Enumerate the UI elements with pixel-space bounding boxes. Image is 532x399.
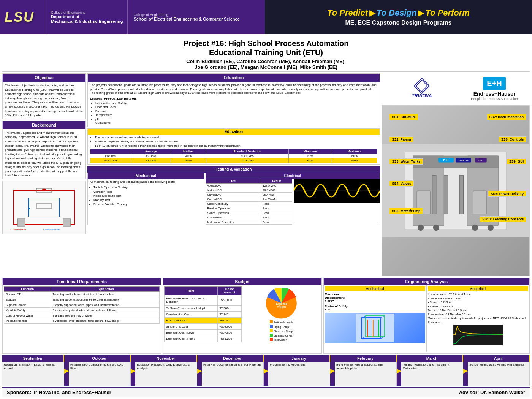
main-content: Project #16: High School Process Automat… xyxy=(0,34,532,399)
table-row: Single Unit Cost~$68,000 xyxy=(165,324,242,330)
background-section: Background TriNova Inc., a process and m… xyxy=(2,121,86,179)
tagline-row: To Predict ▶ To Design ▶ To Perform xyxy=(327,8,470,18)
education-section: Education The projects educational goals… xyxy=(87,73,380,127)
svg-rect-28 xyxy=(444,175,448,214)
table-row: Control Flow of WaterStart and stop the … xyxy=(4,313,160,318)
dept-label: Department of xyxy=(51,14,123,19)
svg-text:TRINOVA: TRINOVA xyxy=(458,159,469,162)
func-req-header: Functional Requirements xyxy=(3,278,161,285)
table-row: ETU Total Cost$67,342 xyxy=(165,317,242,323)
testing-validation: Mechanical All mechanical testing and va… xyxy=(87,173,380,225)
pie-legend: E+H Instruments Piping Comp. Structural … xyxy=(270,320,294,342)
budget-header: Budget xyxy=(163,278,321,285)
pie-chart: Expense Weights xyxy=(264,286,299,320)
background-content: TriNova Inc., a process and measurement … xyxy=(3,129,86,179)
svg-rect-11 xyxy=(36,204,52,208)
svg-rect-31 xyxy=(473,191,487,214)
timeline-sep: September Research, Brainstorm Labs, & V… xyxy=(2,355,64,386)
eh-logo-area: E+H Endress+Hauser People for Process Au… xyxy=(471,77,518,101)
month-nov: November xyxy=(135,355,197,362)
pie-chart-area: Expense Weights E+H Instruments Piping C… xyxy=(243,286,320,342)
svg-point-32 xyxy=(418,225,424,231)
objective-section: Objective The team's objective is to des… xyxy=(2,73,86,119)
month-mar: March xyxy=(401,355,463,362)
tv-main-header: Testing & Validation xyxy=(87,166,380,173)
svg-rect-29 xyxy=(459,175,463,214)
logos-area: TRINOVA E+H Endress+Hauser People for Pr… xyxy=(382,73,530,104)
svg-text:← Recirculation: ← Recirculation xyxy=(10,228,26,231)
month-oct: October xyxy=(69,355,131,362)
svg-text:E+H: E+H xyxy=(443,159,448,162)
right-col: TRINOVA E+H Endress+Hauser People for Pr… xyxy=(382,73,530,276)
header-dept: College of Engineering Department of Mec… xyxy=(46,0,127,34)
college2-label: College of Engineering xyxy=(133,13,260,17)
timeline-nov: November Education Research, CAD Drawing… xyxy=(135,355,197,386)
education-header: Education xyxy=(88,74,380,82)
tagline-perform: To Perform xyxy=(425,8,470,18)
header-school: College of Engineering School of Electri… xyxy=(127,0,265,34)
testing-validation-wrapper: Testing & Validation Mechanical All mech… xyxy=(87,166,380,225)
arrow-oct-nov: ▶ xyxy=(131,355,135,386)
3d-model xyxy=(325,313,425,343)
tv-mechanical: Mechanical All mechanical testing and va… xyxy=(88,173,204,225)
advisor-text: Advisor: Dr. Eamonn Walker xyxy=(459,390,525,395)
tv-electrical-content: Test Result Voltage AC123.5 VAC Voltage … xyxy=(206,179,380,225)
waveform-area xyxy=(294,179,380,225)
objective-header: Objective xyxy=(3,74,86,82)
content-nov: Education Research, CAD Drawings, & Anal… xyxy=(135,362,197,386)
post-test-row: Post Test 81.18% 80% 12.31085 60% 100% xyxy=(90,158,377,163)
content-sep: Research, Brainstorm Labs, & Visit St. A… xyxy=(2,362,64,386)
table-row: Endress+Hauser Instrument Donation~$60,0… xyxy=(165,295,242,306)
timeline: September Research, Brainstorm Labs, & V… xyxy=(2,355,530,386)
content-dec: Final Fall Documentation & Bill of Mater… xyxy=(202,362,264,386)
table-row: EducateTeaching students about the Petro… xyxy=(4,297,160,302)
trinova-svg: TRINOVA xyxy=(393,76,450,99)
eh-company-name: Endress+Hauser xyxy=(471,91,518,97)
arrow-mar-apr: ▶ xyxy=(463,355,468,386)
svg-rect-27 xyxy=(432,175,436,214)
table-row: Measure/Monitor5 variables: level, press… xyxy=(4,318,160,324)
eng-elec: Electrical In rush current : 37.2 A for … xyxy=(427,285,529,352)
table-row: Support/ContainProperly supported tanks,… xyxy=(4,302,160,308)
waveform-svg xyxy=(294,179,380,203)
eng-elec-header: Electrical xyxy=(428,286,528,291)
timeline-feb: February Build Frame, Piping Supports, a… xyxy=(335,355,397,386)
arrow-feb-mar: ▶ xyxy=(397,355,401,386)
dept-name: Mechanical & Industrial Engineering xyxy=(51,19,123,24)
arrow-nov-dec: ▶ xyxy=(197,355,202,386)
project-title: Project #16: High School Process Automat… xyxy=(4,39,528,57)
functional-requirements-section: Functional Requirements Function Explana… xyxy=(2,278,161,354)
arrow-dec-jan: ▶ xyxy=(264,355,268,386)
left-col: Objective The team's objective is to des… xyxy=(2,73,86,276)
svg-rect-13 xyxy=(63,219,71,226)
content-mar: Testing, Validation, and Instrument Cali… xyxy=(401,362,463,386)
background-header: Background xyxy=(3,121,86,129)
footer-sponsors: Sponsors: TriNova Inc. and Endress+Hause… xyxy=(2,387,530,397)
tagline-predict: To Predict xyxy=(327,8,368,18)
tv-mechanical-header: Mechanical xyxy=(88,173,204,179)
pre-test-row: Pre Test 42.35% 40% 9.411765 20% 60% xyxy=(90,154,377,158)
eng-analysis-header: Engineering Analysis xyxy=(324,278,529,285)
svg-point-33 xyxy=(433,225,439,231)
month-jan: January xyxy=(268,355,330,362)
svg-marker-9 xyxy=(27,207,31,209)
month-sep: September xyxy=(2,355,64,362)
svg-text:LSU: LSU xyxy=(478,159,483,162)
eng-mech-factor: Factor of Safety:8.17 xyxy=(325,304,425,311)
table-row: Bulk Unit Cost (High)~$61,200 xyxy=(165,336,242,342)
arrow-jan-feb: ▶ xyxy=(330,355,335,386)
svg-text:TRINOVA: TRINOVA xyxy=(412,93,432,98)
edu-bullets: The results indicated an overwhelming su… xyxy=(88,135,380,164)
project-title-section: Project #16: High School Process Automat… xyxy=(2,36,530,72)
engineering-analysis-section: Engineering Analysis Mechanical MaximumD… xyxy=(323,278,530,354)
tv-table: Test Result Voltage AC123.5 VAC Voltage … xyxy=(206,179,292,225)
content-feb: Build Frame, Piping Supports, and assemb… xyxy=(335,362,397,386)
tv-electrical: Electrical Test Result Vo xyxy=(206,173,380,225)
eng-elec-text: In rush current : 37.2 A for 0.1 sec Ste… xyxy=(428,293,528,325)
header: LSU College of Engineering Department of… xyxy=(0,0,532,34)
lessons-header: Lessons, Pre/Post Lab Tests on: Introduc… xyxy=(90,97,377,125)
timeline-jan: January Procurement & Redesigns xyxy=(268,355,330,386)
school-name: School of Electrical Engineering & Compu… xyxy=(133,17,260,21)
timeline-dec: December Final Fall Documentation & Bill… xyxy=(202,355,264,386)
edu-results-header: Education xyxy=(88,129,380,135)
